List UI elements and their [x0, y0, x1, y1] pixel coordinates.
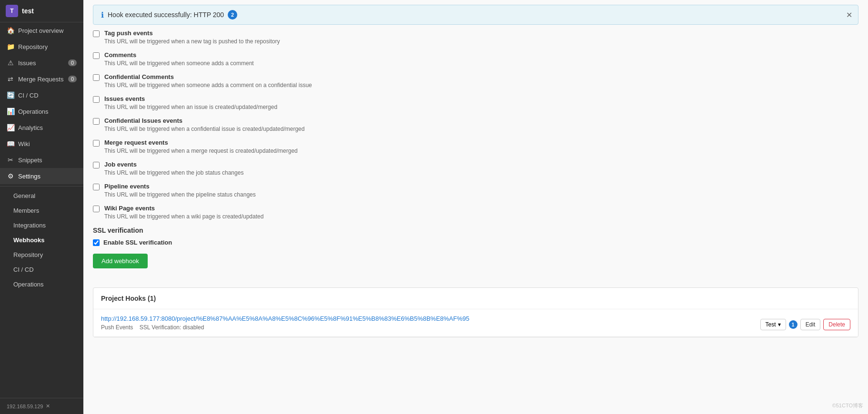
project-hooks-section: Project Hooks (1) http://192.168.59.177:…	[93, 287, 858, 337]
hook-url: http://192.168.59.177:8080/project/%E8%8…	[101, 315, 760, 322]
test-button[interactable]: Test ▾	[760, 319, 786, 330]
confidential-comments-desc: This URL will be triggered when someone …	[104, 82, 858, 89]
sidebar-item-label: Merge Requests	[18, 76, 63, 83]
tag-push-label: Tag push events	[104, 30, 153, 37]
confidential-issues-label: Confidential Issues events	[104, 117, 182, 124]
job-events-desc: This URL will be triggered when the job …	[104, 169, 858, 176]
sidebar: T test 🏠 Project overview 📁 Repository ⚠…	[0, 0, 83, 414]
settings-divider	[0, 186, 83, 187]
merge-request-checkbox[interactable]	[93, 140, 100, 147]
repository-icon: 📁	[7, 43, 14, 50]
hook-meta: Push Events SSL Verification: disabled	[101, 324, 760, 331]
hook-actions: Test ▾ 1 Edit Delete	[760, 319, 850, 330]
tag-push-desc: This URL will be triggered when a new ta…	[104, 38, 858, 45]
pipeline-events-label: Pipeline events	[104, 183, 150, 190]
event-tag-push: Tag push events This URL will be trigger…	[93, 30, 858, 45]
sidebar-item-label: Snippets	[18, 157, 42, 164]
analytics-icon: 📈	[7, 124, 14, 131]
avatar: T	[6, 5, 18, 17]
sidebar-sub-ci-cd[interactable]: CI / CD	[0, 262, 83, 277]
notification-message: Hook executed successfully: HTTP 200	[108, 11, 224, 19]
wiki-page-events-checkbox[interactable]	[93, 206, 100, 212]
confidential-issues-checkbox[interactable]	[93, 118, 100, 125]
sidebar-item-settings[interactable]: ⚙ Settings	[0, 168, 83, 184]
events-form: Tag push events This URL will be trigger…	[83, 30, 868, 278]
comments-checkbox[interactable]	[93, 52, 100, 59]
project-name: test	[22, 7, 34, 15]
event-wiki-page: Wiki Page events This URL will be trigge…	[93, 205, 858, 220]
operations-icon: 📊	[7, 108, 14, 115]
sidebar-sub-integrations[interactable]: Integrations	[0, 218, 83, 233]
sidebar-header[interactable]: T test	[0, 0, 83, 22]
snippets-icon: ✂	[7, 156, 14, 164]
delete-button[interactable]: Delete	[823, 319, 850, 330]
general-label: General	[13, 192, 35, 199]
sidebar-item-repository[interactable]: 📁 Repository	[0, 39, 83, 55]
edit-button[interactable]: Edit	[800, 319, 821, 330]
operations-sub-label: Operations	[13, 281, 44, 288]
ssl-verification-checkbox[interactable]	[93, 239, 100, 246]
settings-icon: ⚙	[7, 172, 14, 180]
sidebar-sub-general[interactable]: General	[0, 188, 83, 203]
notification-badge: 2	[228, 10, 237, 20]
close-icon: ✕	[46, 403, 50, 409]
confidential-comments-checkbox[interactable]	[93, 74, 100, 81]
issues-events-label: Issues events	[104, 95, 145, 102]
event-pipeline: Pipeline events This URL will be trigger…	[93, 183, 858, 198]
sidebar-item-label: CI / CD	[18, 92, 39, 99]
sidebar-item-merge-requests[interactable]: ⇄ Merge Requests 0	[0, 71, 83, 87]
sidebar-item-label: Wiki	[18, 140, 30, 148]
test-btn-label: Test	[766, 321, 776, 328]
sidebar-sub-members[interactable]: Members	[0, 203, 83, 218]
sidebar-item-label: Settings	[18, 173, 40, 180]
event-issues: Issues events This URL will be triggered…	[93, 95, 858, 110]
sidebar-item-wiki[interactable]: 📖 Wiki	[0, 136, 83, 152]
issues-events-checkbox[interactable]	[93, 96, 100, 103]
comments-desc: This URL will be triggered when someone …	[104, 60, 858, 67]
hook-push-events: Push Events	[101, 324, 133, 331]
content-area: ℹ Hook executed successfully: HTTP 200 2…	[83, 0, 868, 414]
event-confidential-issues: Confidential Issues events This URL will…	[93, 117, 858, 132]
sidebar-item-operations[interactable]: 📊 Operations	[0, 103, 83, 119]
chevron-down-icon: ▾	[778, 321, 781, 328]
main-content: ℹ Hook executed successfully: HTTP 200 2…	[83, 0, 868, 414]
members-label: Members	[13, 207, 39, 214]
event-confidential-comments: Confidential Comments This URL will be t…	[93, 73, 858, 89]
wiki-icon: 📖	[7, 140, 14, 148]
job-events-checkbox[interactable]	[93, 162, 100, 168]
hook-ssl-status: SSL Verification: disabled	[140, 324, 204, 331]
integrations-label: Integrations	[13, 222, 46, 229]
sidebar-item-label: Project overview	[18, 27, 63, 34]
tag-push-checkbox[interactable]	[93, 30, 100, 37]
merge-request-desc: This URL will be triggered when a merge …	[104, 148, 858, 154]
sidebar-item-snippets[interactable]: ✂ Snippets	[0, 152, 83, 168]
ssl-verification-label: Enable SSL verification	[103, 239, 172, 246]
project-overview-icon: 🏠	[7, 27, 14, 34]
watermark: ©51CTO博客	[832, 402, 863, 409]
sidebar-item-analytics[interactable]: 📈 Analytics	[0, 119, 83, 136]
merge-request-label: Merge request events	[104, 139, 168, 146]
pipeline-events-desc: This URL will be triggered when the pipe…	[104, 191, 858, 198]
add-webhook-button[interactable]: Add webhook	[93, 254, 148, 268]
sidebar-item-issues[interactable]: ⚠ Issues 0	[0, 55, 83, 71]
job-events-label: Job events	[104, 161, 137, 168]
issues-icon: ⚠	[7, 59, 14, 67]
sidebar-sub-repository[interactable]: Repository	[0, 247, 83, 262]
pipeline-events-checkbox[interactable]	[93, 184, 100, 190]
comments-label: Comments	[104, 51, 136, 59]
hook-badge: 1	[789, 320, 797, 329]
sidebar-sub-operations[interactable]: Operations	[0, 277, 83, 292]
sidebar-item-project-overview[interactable]: 🏠 Project overview	[0, 22, 83, 39]
sidebar-sub-webhooks[interactable]: Webhooks	[0, 233, 83, 247]
sidebar-item-label: Issues	[18, 59, 36, 67]
event-comments: Comments This URL will be triggered when…	[93, 51, 858, 67]
webhooks-label: Webhooks	[13, 237, 45, 244]
confidential-comments-label: Confidential Comments	[104, 73, 174, 80]
merge-requests-icon: ⇄	[7, 75, 14, 83]
footer-ip: 192.168.59.129	[7, 404, 43, 409]
sidebar-item-ci-cd[interactable]: 🔄 CI / CD	[0, 87, 83, 103]
event-merge-request: Merge request events This URL will be tr…	[93, 139, 858, 154]
repository-sub-label: Repository	[13, 251, 43, 258]
notification-close-button[interactable]: ✕	[846, 10, 852, 20]
sidebar-item-label: Analytics	[18, 124, 43, 131]
